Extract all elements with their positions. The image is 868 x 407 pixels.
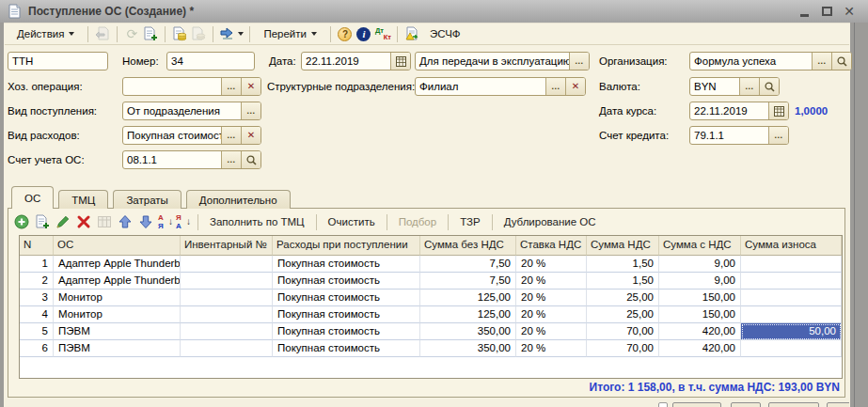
column-header[interactable]: ОС [54,236,181,256]
table-cell[interactable]: 25,00 [587,306,659,323]
table-cell[interactable] [181,306,273,323]
rate-date-calendar-button[interactable] [768,102,788,119]
operation-ellipsis-button[interactable]: ... [221,78,241,95]
table-cell[interactable]: Монитор [54,290,181,306]
expense-kind-ellipsis-button[interactable]: ... [221,127,241,144]
table-cell[interactable]: 20 % [516,290,587,306]
column-header[interactable]: Ставка НДС [516,236,587,256]
table-cell[interactable]: 9,00 [659,256,741,273]
table-cell[interactable]: Адаптер Apple Thunderb... [54,256,181,273]
maximize-button[interactable] [815,3,838,20]
tzr-button[interactable]: ТЗР [456,216,484,227]
table-cell[interactable]: 420,00 [659,340,741,357]
column-header[interactable]: Сумма износа [741,236,842,256]
expense-kind-clear-button[interactable]: ✕ [241,127,260,144]
currency-ellipsis-button[interactable]: ... [739,78,759,95]
operation-clear-button[interactable]: ✕ [241,78,260,95]
minimize-button[interactable] [793,3,815,20]
table-cell[interactable] [181,290,273,306]
clear-button[interactable]: Очистить [324,216,379,227]
column-header[interactable]: Сумма с НДС [659,236,741,256]
operation-field[interactable]: ... ✕ [122,77,261,96]
expense-kind-field[interactable]: Покупная стоимость ... ✕ [122,126,261,145]
rate-date-field[interactable]: 22.11.2019 [689,102,789,120]
bottom-button[interactable] [768,402,819,407]
organization-ellipsis-button[interactable]: ... [812,53,831,70]
eschf-button[interactable]: ЭСЧФ [422,25,468,42]
column-header[interactable]: Инвентарный № [181,236,273,256]
eschf-document-icon[interactable] [403,26,420,42]
table-cell[interactable]: 6 [20,340,54,357]
table-cell[interactable] [181,273,273,290]
column-header[interactable]: Расходы при поступлении [273,236,420,256]
table-cell[interactable]: 20 % [516,340,587,357]
table-cell[interactable]: 125,00 [420,306,516,323]
copy-document-icon[interactable] [142,26,159,42]
table-cell[interactable]: Покупная стоимость [273,306,420,323]
table-cell[interactable]: 70,00 [587,323,659,340]
bottom-button[interactable] [731,402,761,407]
table-cell[interactable]: 9,00 [659,273,741,290]
post-document-icon[interactable] [171,26,188,42]
credit-account-field[interactable]: 79.1.1 ... [689,126,789,145]
tab-tmc[interactable]: ТМЦ [58,190,108,209]
table-cell[interactable] [741,256,842,273]
dtkt-postings-icon[interactable]: ДтКт [374,26,391,42]
bottom-button[interactable] [827,402,849,407]
table-cell[interactable] [181,340,273,357]
table-cell[interactable]: Адаптер Apple Thunderb... [54,273,181,290]
table-cell[interactable] [741,340,842,357]
fill-by-tmc-button[interactable]: Заполнить по ТМЦ [206,216,308,227]
subdivisions-field[interactable]: Филиал ... ✕ [415,77,586,96]
table-cell[interactable]: 420,00 [659,323,741,340]
purpose-field[interactable]: Для передачи в эксплуатацию ... [415,52,590,70]
table-cell[interactable]: 150,00 [659,290,741,306]
table-cell[interactable]: 1,50 [587,256,659,273]
copy-row-icon[interactable] [34,214,51,230]
organization-open-button[interactable] [831,53,851,70]
table-cell[interactable]: 20 % [516,323,587,340]
number-field[interactable]: 34 [166,52,255,70]
edit-row-icon[interactable] [55,214,71,230]
subdivisions-clear-button[interactable]: ✕ [565,78,585,95]
delete-row-icon[interactable] [75,214,92,230]
titlebar[interactable]: Поступление ОС (Создание) * ✕ [0,0,868,23]
table-cell[interactable]: Покупная стоимость [273,340,420,357]
column-header[interactable]: Сумма НДС [587,236,659,256]
table-cell[interactable]: 150,00 [659,306,741,323]
os-account-open-button[interactable] [241,151,260,168]
duplicate-os-button[interactable]: Дублирование ОС [500,216,600,227]
goto-button[interactable]: Перейти [256,25,324,42]
help-icon[interactable]: ? [337,26,354,42]
table-cell[interactable]: Монитор [54,306,181,323]
info-icon[interactable]: i [355,26,372,42]
table-cell[interactable]: 125,00 [420,290,516,306]
table-cell[interactable]: 70,00 [587,340,659,357]
table-cell[interactable]: 1,50 [587,273,659,290]
sort-ascending-icon[interactable]: АЯ↓ [158,214,172,230]
receipt-kind-ellipsis-button[interactable]: ... [241,102,260,119]
table-cell[interactable]: 5 [20,323,54,340]
table-cell[interactable] [741,273,842,290]
column-header[interactable]: Сумма без НДС [420,236,516,256]
sort-descending-icon[interactable]: ЯА↓ [176,214,190,230]
table-cell[interactable]: Покупная стоимость [273,323,420,340]
table-cell[interactable] [741,306,842,323]
date-calendar-button[interactable] [390,53,410,70]
close-button[interactable]: ✕ [838,3,860,20]
table-cell[interactable]: Покупная стоимость [273,290,420,306]
os-account-ellipsis-button[interactable]: ... [221,151,241,168]
table-cell[interactable]: 20 % [516,306,587,323]
currency-field[interactable]: BYN ... [689,77,780,96]
output-icon[interactable] [219,26,236,42]
receipt-kind-field[interactable]: От подразделения ... [122,102,261,120]
date-field[interactable]: 22.11.2019 [301,52,411,70]
table-cell[interactable]: 7,50 [420,273,516,290]
table-cell[interactable]: 3 [20,290,54,306]
move-up-icon[interactable] [117,214,134,230]
os-account-field[interactable]: 08.1.1 ... [122,150,261,169]
print-checkbox[interactable] [658,402,668,407]
add-row-icon[interactable] [13,214,30,230]
table-cell[interactable] [181,323,273,340]
subdivisions-ellipsis-button[interactable]: ... [545,78,565,95]
